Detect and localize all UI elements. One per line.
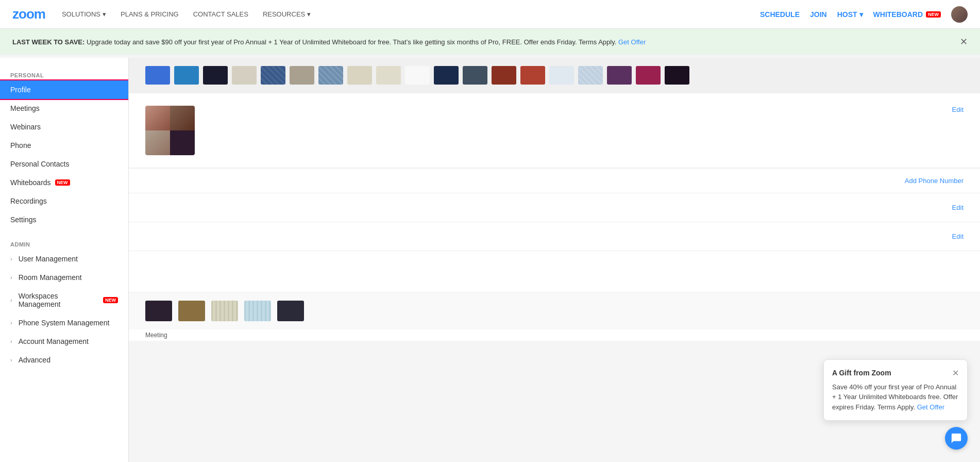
sidebar-item-webinars[interactable]: Webinars: [0, 118, 128, 136]
nav-right: SCHEDULE JOIN HOST ▾ WHITEBOARD NEW: [760, 6, 968, 23]
meeting-swatch[interactable]: [145, 301, 172, 321]
chevron-right-icon: ›: [10, 274, 12, 280]
sidebar-item-user-management[interactable]: › User Management: [0, 250, 128, 268]
profile-section: Edit: [129, 93, 980, 168]
vbg-swatch[interactable]: [347, 66, 372, 85]
virtual-background-strip: [129, 58, 980, 93]
meeting-swatch[interactable]: [178, 301, 205, 321]
sidebar-item-whiteboards[interactable]: Whiteboards NEW: [0, 173, 128, 192]
vbg-swatch[interactable]: [174, 66, 199, 85]
vbg-swatch[interactable]: [145, 66, 170, 85]
vbg-swatch[interactable]: [290, 66, 314, 85]
gift-popup: A Gift from Zoom ✕ Save 40% off your fir…: [823, 359, 968, 421]
chevron-right-icon: ›: [10, 357, 12, 363]
gift-popup-offer-link[interactable]: Get Offer: [917, 403, 944, 411]
vbg-swatch[interactable]: [203, 66, 228, 85]
gift-popup-close-button[interactable]: ✕: [952, 368, 959, 378]
chat-icon: [951, 433, 962, 444]
section-row-2: Edit: [129, 222, 980, 251]
phone-number-section: Add Phone Number: [129, 169, 980, 193]
section-edit-button-1[interactable]: Edit: [952, 204, 964, 211]
nav-resources[interactable]: RESOURCES ▾: [263, 10, 311, 18]
host-button[interactable]: HOST ▾: [837, 10, 863, 19]
nav-plans[interactable]: PLANS & PRICING: [121, 10, 179, 18]
meeting-background-strip: [129, 292, 980, 329]
banner-text: LAST WEEK TO SAVE: Upgrade today and sav…: [12, 38, 952, 46]
banner-close-button[interactable]: ✕: [960, 36, 968, 47]
vbg-swatch[interactable]: [520, 66, 545, 85]
vbg-swatch[interactable]: [232, 66, 257, 85]
chevron-down-icon: ▾: [307, 10, 311, 18]
chevron-right-icon: ›: [10, 320, 12, 326]
chevron-down-icon: ▾: [103, 10, 106, 18]
sidebar-item-room-management[interactable]: › Room Management: [0, 268, 128, 287]
banner-get-offer-link[interactable]: Get Offer: [618, 38, 646, 46]
sidebar-personal-label: PERSONAL: [0, 68, 128, 80]
sidebar-item-phone[interactable]: Phone: [0, 136, 128, 155]
gift-popup-header: A Gift from Zoom ✕: [832, 368, 959, 378]
whiteboard-button[interactable]: WHITEBOARD NEW: [873, 10, 941, 19]
new-badge: NEW: [926, 11, 941, 18]
chevron-right-icon: ›: [10, 297, 12, 303]
sidebar-item-personal-contacts[interactable]: Personal Contacts: [0, 155, 128, 173]
workspaces-new-badge: NEW: [103, 297, 118, 303]
profile-content: Edit Add Phone Number Edit Edit: [129, 58, 980, 341]
vbg-swatch[interactable]: [405, 66, 430, 85]
meeting-swatch[interactable]: [277, 301, 304, 321]
vbg-swatch[interactable]: [665, 66, 689, 85]
vbg-swatch[interactable]: [434, 66, 459, 85]
join-link[interactable]: JOIN: [810, 10, 827, 19]
gift-popup-body: Save 40% off your first year of Pro Annu…: [832, 382, 959, 412]
sidebar-item-meetings[interactable]: Meetings: [0, 99, 128, 118]
gift-popup-title: A Gift from Zoom: [832, 369, 891, 377]
vbg-swatch[interactable]: [636, 66, 661, 85]
sidebar-item-profile[interactable]: Profile: [0, 80, 128, 99]
user-avatar[interactable]: [951, 6, 968, 23]
nav-contact-sales[interactable]: CONTACT SALES: [193, 10, 248, 18]
meeting-label: Meeting: [129, 329, 980, 341]
sidebar-item-phone-system-management[interactable]: › Phone System Management: [0, 314, 128, 332]
add-phone-number-button[interactable]: Add Phone Number: [905, 177, 964, 185]
vbg-swatch[interactable]: [376, 66, 401, 85]
vbg-swatch[interactable]: [549, 66, 574, 85]
nav-links: SOLUTIONS ▾ PLANS & PRICING CONTACT SALE…: [62, 10, 760, 18]
sidebar-item-settings[interactable]: Settings: [0, 210, 128, 229]
nav-solutions[interactable]: SOLUTIONS ▾: [62, 10, 106, 18]
whiteboards-new-badge: NEW: [55, 179, 70, 186]
chevron-right-icon: ›: [10, 256, 12, 262]
zoom-logo[interactable]: zoom: [12, 6, 45, 22]
schedule-link[interactable]: SCHEDULE: [760, 10, 800, 19]
meeting-swatch[interactable]: [211, 301, 238, 321]
sidebar-item-recordings[interactable]: Recordings: [0, 192, 128, 210]
sidebar-admin-label: ADMIN: [0, 237, 128, 250]
profile-avatar-large: [145, 106, 195, 155]
vbg-swatch[interactable]: [261, 66, 285, 85]
chevron-right-icon: ›: [10, 338, 12, 344]
vbg-swatch[interactable]: [578, 66, 603, 85]
vbg-swatch[interactable]: [463, 66, 487, 85]
empty-section: [129, 251, 980, 292]
vbg-swatch[interactable]: [318, 66, 343, 85]
chat-fab-button[interactable]: [945, 427, 968, 450]
sidebar: PERSONAL Profile Meetings Webinars Phone…: [0, 58, 129, 462]
profile-edit-button[interactable]: Edit: [952, 106, 964, 113]
vbg-swatch[interactable]: [607, 66, 632, 85]
chevron-down-icon: ▾: [859, 10, 863, 19]
top-nav: zoom SOLUTIONS ▾ PLANS & PRICING CONTACT…: [0, 0, 980, 29]
section-row-1: Edit: [129, 193, 980, 222]
sidebar-item-workspaces-management[interactable]: › Workspaces Management NEW: [0, 287, 128, 314]
sidebar-item-account-management[interactable]: › Account Management: [0, 332, 128, 351]
meeting-swatch[interactable]: [244, 301, 271, 321]
section-edit-button-2[interactable]: Edit: [952, 233, 964, 240]
vbg-swatch[interactable]: [492, 66, 516, 85]
sidebar-item-advanced[interactable]: › Advanced: [0, 351, 128, 369]
promo-banner: LAST WEEK TO SAVE: Upgrade today and sav…: [0, 29, 980, 55]
